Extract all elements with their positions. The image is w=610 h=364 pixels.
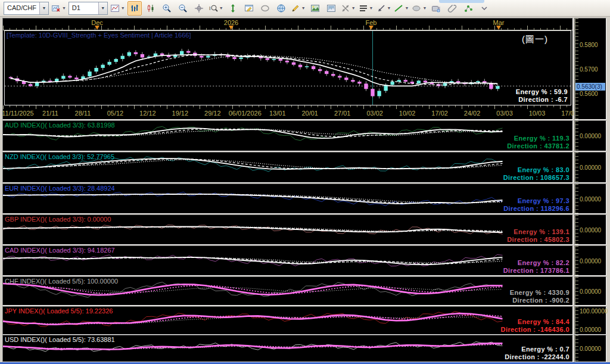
index-scale-label: 0.00000 xyxy=(580,326,601,333)
vertical-ruler-icon[interactable] xyxy=(226,1,240,15)
horizontal-lines-icon[interactable]: ▼ xyxy=(358,1,374,15)
energy-label: Energy % : 84.4 xyxy=(501,318,569,326)
index-panel-usd[interactable]: USD INDEX()( Loaded 5/5): 73.63881Energy… xyxy=(2,335,573,362)
energy-direction-readout: Energy % : 119.3Direction : 43781.2 xyxy=(507,135,569,150)
price-chart-panel[interactable]: Dec2026FebMar [Template: 10D-GVIII_Stren… xyxy=(2,18,573,120)
window-tab-highlight xyxy=(439,0,484,3)
symbol-select[interactable]: CAD/CHF ▼ xyxy=(4,2,49,15)
panel-title: GBP INDEX()( Loaded 3/3): 0.00000 xyxy=(5,216,111,223)
index-scale-usd[interactable]: 0.00000 xyxy=(574,335,606,362)
chevron-down-icon: ▼ xyxy=(369,6,374,10)
date-label: 10/03 xyxy=(529,110,546,117)
chart-close-icon[interactable]: ▼ xyxy=(51,1,67,15)
chevron-down-icon: ▼ xyxy=(404,6,409,10)
energy-direction-readout: Energy % : 97.3Direction : 118296.6 xyxy=(503,197,569,213)
energy-direction-readout: Energy % : 0.7Direction : -22244.0 xyxy=(505,346,569,361)
direction-label: Direction : 45802.3 xyxy=(507,236,569,244)
date-label: 05/12 xyxy=(107,110,124,117)
index-scale-nzd[interactable]: 0.00000 xyxy=(574,152,606,183)
index-scale-cad[interactable]: 0.00000 xyxy=(574,245,606,276)
month-ruler xyxy=(3,26,572,30)
camera-icon[interactable] xyxy=(429,1,443,15)
svg-text:I: I xyxy=(209,5,211,11)
auto-scroll-icon[interactable] xyxy=(258,1,272,15)
scale-ticks xyxy=(575,307,578,334)
energy-direction-readout: Energy % : 82.2Direction : 173786.1 xyxy=(503,259,569,275)
bar-chart-icon[interactable] xyxy=(127,1,142,15)
photo-frame-icon[interactable] xyxy=(324,1,338,15)
direction-label: Direction : 173786.1 xyxy=(503,267,569,275)
price-scale-label: 0.5700 xyxy=(580,66,598,73)
panel-title: NZD INDEX()( Loaded 3/3): 52.77965 xyxy=(5,153,114,160)
candlestick-icon[interactable] xyxy=(144,1,158,15)
chart-shift-icon[interactable] xyxy=(242,1,256,15)
index-scale-label: 0.00000 xyxy=(580,257,601,264)
more-tools-icon[interactable] xyxy=(477,1,491,15)
figure-label: (圖一) xyxy=(522,34,548,45)
draw-pencil-icon[interactable]: ▼ xyxy=(290,1,306,15)
paperclip-icon[interactable] xyxy=(445,1,459,15)
panel-title: JPY INDEX()( Loaded 5/5): 19.22326 xyxy=(5,307,113,315)
direction-label: Direction : -22244.0 xyxy=(505,353,569,361)
index-scale-gbp[interactable]: 0.00000 xyxy=(574,214,606,245)
cross-tool-icon[interactable]: ▼ xyxy=(340,1,356,15)
date-label: 19/12 xyxy=(172,110,189,117)
chevron-down-icon: ▼ xyxy=(422,6,427,10)
price-scale[interactable]: 0.58000.57000.56000.5630(3) xyxy=(574,18,606,120)
web-globe-icon[interactable] xyxy=(274,1,288,15)
energy-label: Energy % : 83.0 xyxy=(503,166,569,174)
date-axis[interactable]: 11/11/202521/1128/1105/1212/1219/1229/12… xyxy=(3,105,572,119)
index-scale-jpy[interactable]: 100.000000.00000 xyxy=(574,306,606,335)
index-scale-chf[interactable]: 0.00000 xyxy=(574,276,606,306)
index-scale-eur[interactable]: 0.00000 xyxy=(574,183,606,214)
date-label: 10/02 xyxy=(399,110,416,117)
direction-label: Direction : 108657.3 xyxy=(503,174,569,182)
period-select[interactable]: D1 ▼ xyxy=(69,2,108,15)
index-panel-aud[interactable]: AUD INDEX()( Loaded 3/3): 63.81998Energy… xyxy=(2,120,573,151)
chevron-down-icon: ▼ xyxy=(301,6,306,10)
date-label: 27/01 xyxy=(334,110,351,117)
arrow-tool-icon[interactable]: ▼ xyxy=(376,1,392,15)
candlestick-chart[interactable] xyxy=(5,31,571,105)
chart-type-icon[interactable]: ▼ xyxy=(110,1,126,15)
index-panel-eur[interactable]: EUR INDEX()( Loaded 3/3): 28.48924Energy… xyxy=(2,183,573,214)
trendline-icon[interactable]: ▼ xyxy=(393,1,409,15)
panel-title: EUR INDEX()( Loaded 3/3): 28.48924 xyxy=(5,185,115,192)
direction-label: Direction : -900.2 xyxy=(510,297,569,304)
index-panel-chf[interactable]: CHF INDEX()( Loaded 5/5): 100.00000Energ… xyxy=(2,276,573,306)
crosshair-icon[interactable] xyxy=(192,1,206,15)
index-panel-jpy[interactable]: JPY INDEX()( Loaded 5/5): 19.22326Energy… xyxy=(2,306,573,335)
template-label: [Template: 10D-GVIII_Strength + Eyes Sen… xyxy=(7,32,191,39)
month-axis: Dec2026FebMar xyxy=(3,18,572,30)
scale-ticks xyxy=(575,277,578,305)
energy-label: Energy % : 97.3 xyxy=(503,197,569,205)
energy-direction-readout: Energy % : 59.9 Direction : -6.7 xyxy=(516,88,568,104)
price-scale-label: 0.5600 xyxy=(580,91,598,97)
indicators-tree-icon[interactable] xyxy=(461,1,475,15)
chevron-down-icon: ▼ xyxy=(351,6,356,10)
date-label: 03/02 xyxy=(366,110,383,117)
zoom-out-icon[interactable] xyxy=(176,1,190,15)
index-scale-label: 0.00000 xyxy=(580,164,601,171)
month-marker-icon xyxy=(369,26,374,30)
direction-label: Direction : -6.7 xyxy=(516,96,568,104)
chevron-down-icon: ▼ xyxy=(219,6,223,10)
index-panel-cad[interactable]: CAD INDEX()( Loaded 3/3): 94.18267Energy… xyxy=(2,245,573,276)
panel-title: CAD INDEX()( Loaded 3/3): 94.18267 xyxy=(5,247,115,254)
date-label: 06/01/2026 xyxy=(229,110,262,117)
index-panel-nzd[interactable]: NZD INDEX()( Loaded 3/3): 52.77965Energy… xyxy=(2,152,573,183)
date-label: 29/12 xyxy=(204,110,221,117)
scale-ticks xyxy=(575,246,578,275)
toolbar: CAD/CHF ▼ ▼ D1 ▼ ▼I▼▼▼▼▼▼▼ xyxy=(0,0,610,17)
index-scale-aud[interactable]: 0.00000 xyxy=(574,120,606,151)
ellipse-icon[interactable]: ▼ xyxy=(411,1,427,15)
candlestick-plot[interactable]: [Template: 10D-GVIII_Strength + Eyes Sen… xyxy=(4,30,571,105)
magnifier-menu-icon[interactable]: I▼ xyxy=(208,1,224,15)
energy-label: Energy % : 82.2 xyxy=(503,259,569,267)
zoom-in-icon[interactable] xyxy=(160,1,174,15)
scale-ticks xyxy=(575,335,578,362)
current-price-label: 0.5630(3) xyxy=(575,83,605,91)
index-panel-gbp[interactable]: GBP INDEX()( Loaded 3/3): 0.00000Energy … xyxy=(2,214,573,245)
photo-icon[interactable] xyxy=(308,1,322,15)
chevron-down-icon: ▼ xyxy=(39,2,48,14)
